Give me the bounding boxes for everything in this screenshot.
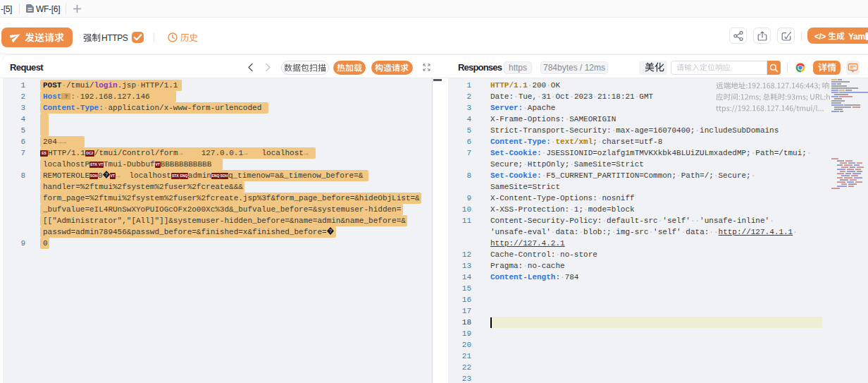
svg-text:?: ? bbox=[105, 172, 108, 177]
svg-text:?: ? bbox=[329, 229, 332, 233]
